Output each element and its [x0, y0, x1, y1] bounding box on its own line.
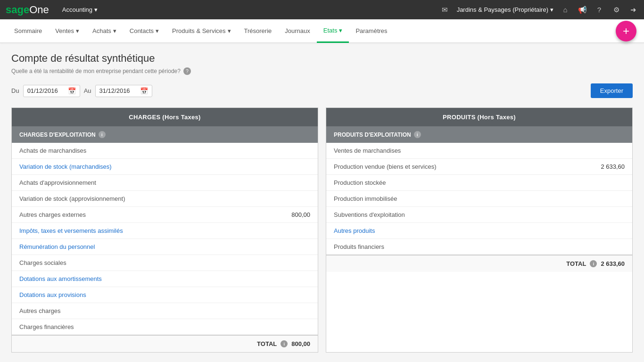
page-subtitle: Quelle a été la rentabilité de mon entre… [11, 67, 633, 75]
row-label: Subventions d'exploitation [334, 211, 405, 218]
nav-ventes-chevron-icon: ▾ [76, 27, 79, 34]
row-label: Achats d'approvisionnement [19, 179, 96, 186]
help-icon[interactable]: ? [594, 5, 604, 15]
row-label: Charges financières [19, 323, 74, 330]
home-icon[interactable]: ⌂ [560, 5, 570, 15]
produits-total-value: 2 633,60 [601, 260, 625, 267]
produits-total-info-icon[interactable]: i [590, 260, 597, 267]
date-to-input[interactable] [99, 87, 137, 94]
row-label[interactable]: Impôts, taxes et versements assimilés [19, 227, 123, 234]
produits-section-label: PRODUITS D'EXPLOITATION [334, 132, 411, 138]
date-from-calendar-icon[interactable]: 📅 [68, 87, 76, 95]
nav-sommaire-label: Sommaire [14, 27, 42, 34]
table-row: Achats de marchandises [12, 143, 318, 159]
date-from-label: Du [11, 87, 19, 94]
charges-section-info-icon[interactable]: i [99, 131, 106, 138]
row-label[interactable]: Variation de stock (marchandises) [19, 163, 112, 170]
charges-section-label: CHARGES D'EXPLOITATION [19, 132, 96, 138]
nav-journaux[interactable]: Journaux [278, 19, 316, 43]
date-to-calendar-icon[interactable]: 📅 [140, 87, 148, 95]
row-label: Production vendue (biens et services) [334, 163, 437, 170]
logo: sage One [6, 4, 55, 16]
report-tables: CHARGES (Hors Taxes) CHARGES D'EXPLOITAT… [11, 107, 633, 353]
fab-add-button[interactable]: + [616, 21, 636, 41]
charges-panel: CHARGES (Hors Taxes) CHARGES D'EXPLOITAT… [11, 107, 318, 353]
nav-parametres-label: Paramètres [355, 27, 387, 34]
page-subtitle-text: Quelle a été la rentabilité de mon entre… [11, 68, 181, 74]
accounting-menu-button[interactable]: Accounting ▾ [62, 6, 98, 13]
settings-icon[interactable]: ⚙ [611, 5, 621, 15]
produits-footer: TOTAL i 2 633,60 [326, 255, 632, 272]
nav-tresorerie[interactable]: Trésorerie [238, 19, 279, 43]
table-row: Autres produits [326, 223, 632, 239]
row-label: Production immobilisée [334, 195, 397, 202]
row-label[interactable]: Dotations aux amortissements [19, 275, 102, 282]
row-label[interactable]: Autres produits [334, 227, 375, 234]
bell-icon[interactable]: 📢 [577, 5, 587, 15]
logo-sage: sage [6, 4, 29, 16]
table-row: Achats d'approvisionnement [12, 175, 318, 191]
charges-rows: Achats de marchandisesVariation de stock… [12, 143, 318, 335]
date-to-label: Au [84, 87, 91, 94]
table-row: Dotations aux provisions [12, 287, 318, 303]
company-chevron-icon: ▾ [550, 6, 553, 13]
accounting-chevron: ▾ [94, 6, 98, 13]
nav-sommaire[interactable]: Sommaire [8, 19, 49, 43]
charges-section-header: CHARGES D'EXPLOITATION i [12, 126, 318, 143]
nav-ventes[interactable]: Ventes ▾ [49, 19, 86, 43]
table-row: Subventions d'exploitation [326, 207, 632, 223]
nav-produits-services-chevron-icon: ▾ [228, 27, 231, 34]
table-row: Dotations aux amortissements [12, 271, 318, 287]
export-button[interactable]: Exporter [591, 83, 633, 98]
produits-header: PRODUITS (Hors Taxes) [326, 108, 632, 126]
nav-etats[interactable]: Etats ▾ [317, 19, 349, 43]
table-row: Charges sociales [12, 255, 318, 271]
nav-contacts-chevron-icon: ▾ [156, 27, 159, 34]
page-help-icon[interactable]: ? [183, 67, 191, 75]
row-label[interactable]: Dotations aux provisions [19, 291, 86, 298]
email-icon[interactable]: ✉ [440, 5, 450, 15]
nav-produits-services[interactable]: Produits & Services ▾ [165, 19, 237, 43]
date-from-input[interactable] [27, 87, 65, 94]
page-content: Compte de résultat synthétique Quelle a … [0, 43, 644, 362]
table-row: Variation de stock (approvisionnement) [12, 191, 318, 207]
logout-icon[interactable]: ➜ [628, 5, 638, 15]
date-to-input-wrap[interactable]: 📅 [95, 85, 152, 97]
produits-total-label: TOTAL [566, 260, 586, 267]
row-value: 800,00 [291, 211, 310, 218]
row-value: 2 633,60 [601, 163, 625, 170]
page-title: Compte de résultat synthétique [11, 52, 633, 65]
row-label: Autres charges [19, 307, 60, 314]
nav-achats[interactable]: Achats ▾ [86, 19, 123, 43]
charges-total-value: 800,00 [291, 340, 310, 347]
table-row: Autres charges [12, 303, 318, 319]
date-from-input-wrap[interactable]: 📅 [23, 85, 80, 97]
nav-etats-label: Etats [323, 27, 338, 34]
company-name[interactable]: Jardins & Paysages (Propriétaire) ▾ [457, 6, 553, 13]
row-label: Autres charges externes [19, 211, 86, 218]
row-label: Achats de marchandises [19, 147, 86, 154]
table-row: Produits financiers [326, 239, 632, 255]
charges-total-label: TOTAL [257, 340, 277, 347]
produits-section-info-icon[interactable]: i [414, 131, 421, 138]
row-label: Ventes de marchandises [334, 147, 401, 154]
produits-rows: Ventes de marchandisesProduction vendue … [326, 143, 632, 255]
table-row: Production vendue (biens et services)2 6… [326, 159, 632, 175]
table-row: Rémunération du personnel [12, 239, 318, 255]
nav-tresorerie-label: Trésorerie [244, 27, 272, 34]
produits-section-header: PRODUITS D'EXPLOITATION i [326, 126, 632, 143]
top-right-icons: ✉ Jardins & Paysages (Propriétaire) ▾ ⌂ … [440, 5, 638, 15]
row-label[interactable]: Rémunération du personnel [19, 243, 95, 250]
nav-achats-chevron-icon: ▾ [113, 27, 116, 34]
accounting-label: Accounting [62, 6, 92, 13]
nav-produits-services-label: Produits & Services [172, 27, 225, 34]
nav-etats-chevron-icon: ▾ [339, 27, 342, 34]
nav-contacts[interactable]: Contacts ▾ [123, 19, 165, 43]
charges-total-info-icon[interactable]: i [281, 340, 288, 347]
logo-one: One [29, 4, 49, 16]
nav-achats-label: Achats [92, 27, 111, 34]
table-row: Autres charges externes800,00 [12, 207, 318, 223]
table-row: Production stockée [326, 175, 632, 191]
nav-parametres[interactable]: Paramètres [349, 19, 394, 43]
row-label: Production stockée [334, 179, 386, 186]
